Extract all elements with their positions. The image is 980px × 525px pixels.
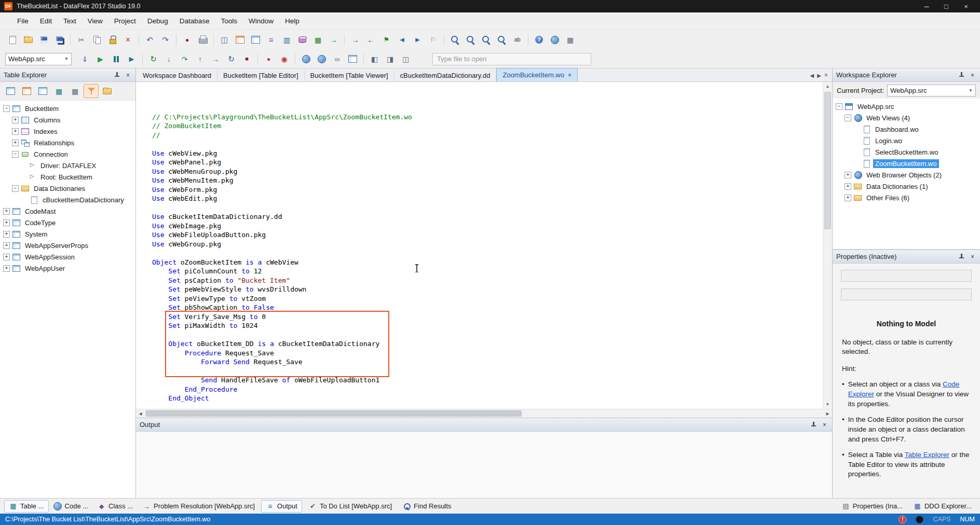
goto-definition-button[interactable]: → [348, 33, 363, 47]
close-button[interactable]: × [956, 0, 976, 12]
replace-button[interactable]: ab [510, 33, 525, 47]
table-explorer-item-webappuser[interactable]: +WebAppUser [0, 262, 135, 274]
table-explorer-item-driver-dataflex[interactable]: Driver: DATAFLEX [0, 160, 135, 171]
expand-icon[interactable]: + [3, 219, 10, 226]
bottom-tab-output[interactable]: ≡Output [261, 500, 302, 513]
stop-debugging-button[interactable]: ■ [239, 52, 254, 66]
menu-help[interactable]: Help [279, 15, 305, 27]
bottom-tab-table-explorer[interactable]: ▦Table ... [4, 500, 49, 513]
find-button[interactable] [447, 33, 462, 47]
scroll-up-icon[interactable]: ▲ [823, 82, 832, 91]
expand-icon[interactable]: + [3, 254, 10, 260]
breakpoints-window-button[interactable]: ◉ [277, 52, 292, 66]
undo-button[interactable]: ↶ [142, 33, 157, 47]
debug-web-application-button[interactable] [314, 52, 329, 66]
lock-file-button[interactable] [105, 33, 120, 47]
expand-icon[interactable]: + [845, 183, 851, 190]
collapse-icon[interactable]: − [12, 151, 19, 158]
close-tab-icon[interactable]: × [568, 72, 571, 79]
run-button[interactable]: ▶ [93, 52, 108, 66]
table-explorer-item-indexes[interactable]: +Indexes [0, 126, 135, 137]
save-all-button[interactable] [52, 33, 67, 47]
database-builder-button[interactable] [295, 33, 310, 47]
save-button[interactable] [36, 33, 51, 47]
next-bookmark-button[interactable]: ▶ [410, 33, 425, 47]
open-table-folder-button[interactable] [100, 84, 115, 98]
scroll-down-icon[interactable]: ▼ [823, 400, 832, 409]
table-explorer-item-codemast[interactable]: +CodeMast [0, 205, 135, 217]
panel-layout-right-button[interactable]: ◨ [383, 52, 398, 66]
table-explorer-item-relationships[interactable]: +Relationships [0, 137, 135, 148]
table-viewer-button[interactable] [248, 33, 263, 47]
bottom-tab-code-explorer[interactable]: Code ... [49, 500, 93, 513]
table-explorer-item-columns[interactable]: +Columns [0, 114, 135, 126]
scroll-tabs-right-icon[interactable]: ▶ [817, 73, 821, 78]
object-selector-box[interactable] [841, 270, 972, 282]
expand-icon[interactable]: + [845, 195, 851, 201]
bottom-tab-todo-list[interactable]: ✔To Do List [WebApp.src] [304, 500, 396, 513]
browse-table-button[interactable]: ▦ [67, 84, 83, 98]
workspace-explorer-item-dashboard-wo[interactable]: Dashboard.wo [833, 123, 980, 135]
check-for-updates-button[interactable] [547, 33, 562, 47]
data-dictionary-modeler-button[interactable]: ▥ [279, 33, 294, 47]
menu-file[interactable]: File [11, 15, 34, 27]
table-explorer-item-data-dictionaries[interactable]: −Data Dictionaries [0, 183, 135, 194]
vertical-scroll-thumb[interactable] [824, 92, 831, 229]
editor-vertical-scrollbar[interactable]: ▲ ▼ [823, 82, 832, 409]
help-button[interactable] [532, 33, 547, 47]
rerun-button[interactable]: ↻ [224, 52, 239, 66]
pin-icon[interactable] [958, 72, 965, 78]
workspace-explorer-item-web-views-4[interactable]: −Web Views (4) [833, 112, 980, 123]
step-out-button[interactable]: ↑ [193, 52, 208, 66]
expand-icon[interactable]: + [3, 265, 10, 272]
collapse-icon[interactable]: − [836, 103, 842, 110]
table-explorer-item-root-bucketitem[interactable]: Root: BucketItem [0, 171, 135, 183]
editor-tab-bucketitem-table-editor[interactable]: BucketItem [Table Editor] [217, 70, 305, 81]
maximize-button[interactable]: □ [936, 0, 956, 12]
collapse-icon[interactable]: − [12, 185, 19, 192]
step-over-button[interactable]: ↷ [177, 52, 192, 66]
file-open-search-input[interactable] [432, 53, 591, 65]
table-editor-button[interactable] [233, 33, 248, 47]
table-explorer-item-webappserverprops[interactable]: +WebAppServerProps [0, 240, 135, 251]
menu-edit[interactable]: Edit [34, 15, 58, 27]
workspace-explorer-item-web-browser-objects-2[interactable]: +Web Browser Objects (2) [833, 169, 980, 181]
web-object-modeler-button[interactable]: ≡ [264, 33, 279, 47]
run-web-application-button[interactable] [298, 52, 314, 66]
toggle-breakpoint-button[interactable]: ● [261, 52, 276, 66]
menu-window[interactable]: Window [243, 15, 279, 27]
menu-project[interactable]: Project [108, 15, 142, 27]
table-explorer-item-bucketitem[interactable]: −BucketItem [0, 103, 135, 114]
bottom-tab-ddo-explorer[interactable]: ▦DDO Explorer... [909, 500, 976, 513]
redo-button[interactable]: ↷ [158, 33, 173, 47]
close-document-icon[interactable]: × [824, 72, 828, 79]
pin-icon[interactable] [810, 421, 817, 428]
previous-bookmark-button[interactable]: ◀ [394, 33, 410, 47]
workspace-explorer-item-login-wo[interactable]: Login.wo [833, 135, 980, 146]
table-explorer-item-cbucketitemdatadictionary[interactable]: cBucketItemDataDictionary [0, 194, 135, 205]
project-select[interactable]: WebApp.src ▼ [5, 53, 72, 65]
export-wizard-button[interactable]: → [326, 33, 341, 47]
new-file-button[interactable] [5, 33, 20, 47]
calculator-button[interactable]: ▦ [563, 33, 578, 47]
menu-view[interactable]: View [82, 15, 108, 27]
find-next-button[interactable] [463, 33, 478, 47]
editor-tab-workspace-dashboard[interactable]: Workspace Dashboard [137, 70, 217, 81]
collapse-icon[interactable]: − [3, 105, 10, 112]
open-file-button[interactable] [21, 33, 36, 47]
menu-debug[interactable]: Debug [142, 15, 174, 27]
find-previous-button[interactable] [479, 33, 494, 47]
collapse-icon[interactable]: − [845, 115, 851, 121]
minimize-button[interactable]: ─ [917, 0, 936, 12]
panel-layout-left-button[interactable]: ◧ [367, 52, 382, 66]
synchronize-tables-button[interactable] [345, 52, 360, 66]
table-relationships-button[interactable]: ▦ [51, 84, 66, 98]
workspace-explorer-item-selectbucketitem-wo[interactable]: SelectBucketItem.wo [833, 146, 980, 158]
close-panel-icon[interactable]: × [969, 72, 976, 79]
copy-button[interactable] [89, 33, 104, 47]
expand-icon[interactable]: + [845, 172, 851, 178]
print-button[interactable] [195, 33, 210, 47]
close-panel-icon[interactable]: × [821, 421, 828, 429]
panel-layout-split-button[interactable]: ◫ [398, 52, 413, 66]
editor-tab-zoombucketitem-wo[interactable]: ZoomBucketItem.wo× [496, 68, 578, 81]
